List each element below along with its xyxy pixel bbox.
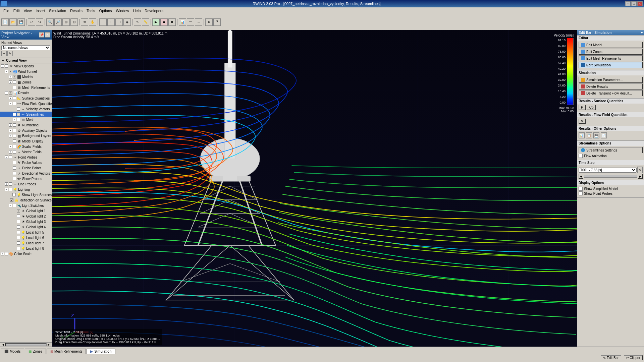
tree-check-show-light-sources[interactable] [12,193,16,196]
tree-check-view-options[interactable] [5,64,8,68]
tb-redo[interactable]: ↪ [36,18,43,26]
tree-item-mesh-refinements[interactable]: ⊞Mesh Refinements [0,85,52,90]
tree-check-velocity-vectors[interactable] [17,107,20,111]
named-view-edit-btn[interactable]: ✎ [7,51,13,56]
tb-sim-pause[interactable]: ⏸ [168,18,176,26]
tab-models[interactable]: ⬛ Models [1,349,24,354]
tree-item-vector-fields[interactable]: +→Vector Fields [0,149,52,155]
tree-item-zones[interactable]: +▦Zones [0,79,52,85]
tree-check-global-light-3[interactable] [17,220,20,223]
scroll-left[interactable]: ◀ [1,343,5,346]
results-other-btn1[interactable]: 📊 [579,132,585,138]
menu-file[interactable]: File [1,8,11,13]
tree-item-scalar-fields[interactable]: +🌈Scalar Fields [0,144,52,149]
tree-item-local-light-6[interactable]: 💡Local light 6 [0,235,52,240]
tree-check-local-light-6[interactable] [17,236,20,239]
time-step-select[interactable]: T001 - 7.83 [s] [579,168,637,173]
tb-view-3d[interactable]: ◈ [123,18,131,26]
tree-check-model-display[interactable] [13,139,16,143]
tree-item-streamlines[interactable]: −〰Streamlines [0,112,52,117]
tb-view-side[interactable]: ⊣ [115,18,123,26]
tree-item-mesh[interactable]: +⊞Mesh [0,117,52,122]
tb-pan[interactable]: ✋ [89,18,96,26]
show-point-probes-check[interactable] [579,191,583,195]
tree-check-models[interactable] [13,75,16,78]
tree-expand-numbering[interactable]: + [9,123,12,127]
current-view-expand[interactable]: ▼ [1,59,5,62]
tree-check-probe-values[interactable] [13,161,16,164]
tree-item-color-scale[interactable]: +🎨Color Scale [0,251,52,256]
tree-item-background-layers[interactable]: +▥Background Layers [0,133,52,138]
v-button[interactable]: V [579,119,586,124]
tree-check-global-light-2[interactable] [17,215,20,218]
menu-tools[interactable]: Tools [85,8,97,13]
tree-check-point-probes[interactable] [9,156,12,159]
delete-results-btn[interactable]: Delete Results [579,83,643,89]
tb-zoom-window[interactable]: ⊟ [70,18,78,26]
tree-check-show-probes[interactable] [13,177,16,180]
tb-zoom-all[interactable]: ⊞ [62,18,70,26]
tb-rotate[interactable]: ↻ [81,18,88,26]
tb-zoom-out[interactable]: 🔎 [54,18,62,26]
minimize-btn[interactable]: − [625,1,631,6]
tree-expand-vector-fields[interactable]: + [9,150,12,154]
cp-button[interactable]: Cp [587,105,596,110]
tb-vectors[interactable]: → [195,18,202,26]
tree-check-vector-fields[interactable] [13,150,16,154]
tree-expand-mesh[interactable]: + [13,118,16,121]
tree-expand-lighting[interactable]: − [5,188,8,191]
clipper-status-btn[interactable]: ✂ Clipper [624,355,643,360]
close-btn[interactable]: ✕ [637,1,643,6]
tree-check-streamlines[interactable] [17,113,20,116]
tree-check-lighting[interactable] [9,188,12,191]
show-simplified-check[interactable] [579,187,583,191]
maximize-btn[interactable]: □ [631,1,637,6]
tree-item-results[interactable]: −📊Results [0,90,52,96]
tree-check-global-light-4[interactable] [17,225,20,229]
named-view-add-btn[interactable]: + [1,51,7,56]
tree-check-flow-field-quantities[interactable] [13,102,16,105]
tree-item-global-light-1[interactable]: ☀Global light 1 [0,208,52,214]
tree-check-local-light-7[interactable] [17,241,20,245]
tree-expand-models[interactable]: + [9,75,12,78]
tree-check-background-layers[interactable] [13,134,16,137]
tree-item-light-switches[interactable]: −🔦Light Switches [0,203,52,208]
tree-item-global-light-4[interactable]: ☀Global light 4 [0,224,52,230]
tree-item-lighting[interactable]: −💡Lighting [0,187,52,192]
menu-options[interactable]: Options [97,8,114,13]
tb-sim-start[interactable]: ▶ [152,18,160,26]
tb-open[interactable]: 📂 [9,18,17,26]
tree-check-local-light-5[interactable] [17,231,20,234]
tree-expand-color-scale[interactable]: + [1,252,4,255]
tb-sim-stop[interactable]: ■ [160,18,168,26]
results-other-btn4[interactable]: 📄 [601,132,607,138]
tab-zones[interactable]: ▦ Zones [25,349,46,354]
tree-check-global-light-1[interactable] [17,209,20,213]
tree-check-line-probes[interactable] [9,182,12,186]
tree-item-flow-field-quantities[interactable]: +〰Flow Field Quantities [0,101,52,106]
tree-item-local-light-8[interactable]: 💡Local light 8 [0,246,52,251]
time-step-edit-btn[interactable]: ✎ [637,167,643,173]
menu-simulation[interactable]: Simulation [47,8,68,13]
tree-item-local-light-5[interactable]: 💡Local light 5 [0,230,52,235]
tree-expand-results[interactable]: − [5,91,8,95]
sim-params-btn[interactable]: Simulation Parameters... [579,77,643,83]
tb-view-front[interactable]: ⊢ [107,18,115,26]
tree-expand-background-layers[interactable]: + [9,134,12,137]
tb-help[interactable]: ? [213,18,221,26]
tree-check-probe-points[interactable] [13,166,16,170]
edit-zones-btn[interactable]: Edit Zones [579,49,643,55]
tree-check-results[interactable] [9,91,12,95]
tree-check-local-light-8[interactable] [17,247,20,250]
tree-check-mesh[interactable] [17,118,20,121]
tree-check-auxiliary-objects[interactable] [13,129,16,132]
tree-check-wind-tunnel[interactable] [9,70,12,73]
tree-expand-scalar-fields[interactable]: + [9,145,12,148]
tree-check-color-scale[interactable] [5,252,8,255]
tb-results[interactable]: 📊 [179,18,186,26]
results-other-btn3[interactable]: 💾 [593,132,599,138]
tab-mesh-refinements[interactable]: ⊞ Mesh Refinements [47,349,86,354]
tree-expand-line-probes[interactable]: + [5,182,8,186]
tree-item-directional-vectors[interactable]: ↗Directional Vectors [0,171,52,176]
tree-expand-point-probes[interactable]: − [5,156,8,159]
